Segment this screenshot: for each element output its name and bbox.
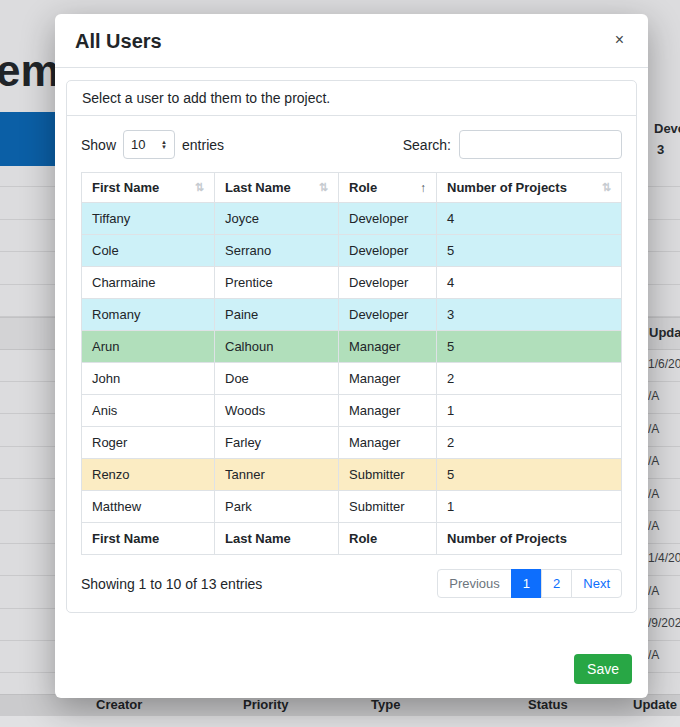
modal-footer: Save	[55, 644, 648, 698]
cell-first-name: Anis	[82, 395, 215, 427]
column-header-projects[interactable]: Number of Projects ⇅	[437, 173, 622, 203]
modal-body: Select a user to add them to the project…	[55, 68, 648, 644]
select-arrows-icon: ▲ ▼	[161, 140, 167, 150]
cell-role: Developer	[339, 299, 437, 331]
table-row[interactable]: Renzo Tanner Submitter 5	[82, 459, 622, 491]
table-row[interactable]: John Doe Manager 2	[82, 363, 622, 395]
modal-header: All Users ×	[55, 14, 648, 68]
instruction-text: Select a user to add them to the project…	[67, 81, 636, 116]
table-footer-row: First Name Last Name Role Number of Proj…	[82, 523, 622, 555]
column-header-first-name[interactable]: First Name ⇅	[82, 173, 215, 203]
cell-projects: 5	[437, 459, 622, 491]
pagination-previous[interactable]: Previous	[437, 569, 512, 598]
cell-projects: 4	[437, 203, 622, 235]
cell-role: Developer	[339, 203, 437, 235]
cell-role: Submitter	[339, 491, 437, 523]
pagination-page-2[interactable]: 2	[541, 569, 572, 598]
table-row[interactable]: Charmaine Prentice Developer 4	[82, 267, 622, 299]
cell-first-name: Charmaine	[82, 267, 215, 299]
column-header-last-name[interactable]: Last Name ⇅	[215, 173, 339, 203]
bg-cell-fragment: /A	[648, 584, 659, 598]
cell-last-name: Farley	[215, 427, 339, 459]
bg-bottom-header-creator: Creator	[96, 697, 142, 712]
search-control: Search:	[403, 130, 622, 159]
caret-down-icon: ▼	[161, 145, 167, 150]
users-table: First Name ⇅ Last Name ⇅ Role ↑ Number o…	[81, 172, 622, 555]
column-header-label: Last Name	[225, 180, 291, 195]
cell-role: Submitter	[339, 459, 437, 491]
table-row[interactable]: Matthew Park Submitter 1	[82, 491, 622, 523]
card-body: Show 10 ▲ ▼ entries Search:	[67, 116, 636, 612]
cell-role: Manager	[339, 395, 437, 427]
close-button[interactable]: ×	[611, 30, 628, 50]
pagination: Previous 1 2 Next	[437, 569, 622, 598]
cell-first-name: Renzo	[82, 459, 215, 491]
cell-projects: 2	[437, 363, 622, 395]
bg-bottom-header-status: Status	[528, 697, 568, 712]
pagination-next[interactable]: Next	[571, 569, 622, 598]
table-row[interactable]: Roger Farley Manager 2	[82, 427, 622, 459]
table-row[interactable]: Romany Paine Developer 3	[82, 299, 622, 331]
column-header-role[interactable]: Role ↑	[339, 173, 437, 203]
entries-select[interactable]: 10 ▲ ▼	[123, 130, 175, 159]
bg-cell-fragment: /9/202	[648, 616, 680, 630]
cell-role: Manager	[339, 427, 437, 459]
save-button[interactable]: Save	[574, 654, 632, 684]
footer-first-name: First Name	[82, 523, 215, 555]
show-label: Show	[81, 137, 116, 153]
bg-cell-fragment: /A	[648, 519, 659, 533]
cell-role: Manager	[339, 363, 437, 395]
bg-bottom-table-row	[0, 716, 680, 727]
cell-first-name: Matthew	[82, 491, 215, 523]
table-header-row: First Name ⇅ Last Name ⇅ Role ↑ Number o…	[82, 173, 622, 203]
column-header-label: Number of Projects	[447, 180, 567, 195]
cell-last-name: Joyce	[215, 203, 339, 235]
bg-column-header-fragment: Deve	[654, 121, 680, 136]
cell-first-name: Romany	[82, 299, 215, 331]
search-input[interactable]	[459, 130, 622, 159]
cell-last-name: Paine	[215, 299, 339, 331]
cell-projects: 5	[437, 235, 622, 267]
bg-cell-fragment: 1/6/202	[648, 357, 680, 371]
cell-last-name: Prentice	[215, 267, 339, 299]
cell-first-name: John	[82, 363, 215, 395]
cell-projects: 5	[437, 331, 622, 363]
cell-role: Manager	[339, 331, 437, 363]
bg-cell-fragment: /A	[648, 422, 659, 436]
cell-last-name: Tanner	[215, 459, 339, 491]
cell-first-name: Cole	[82, 235, 215, 267]
cell-projects: 1	[437, 395, 622, 427]
cell-last-name: Woods	[215, 395, 339, 427]
bg-bottom-header-priority: Priority	[243, 697, 289, 712]
cell-projects: 4	[437, 267, 622, 299]
table-row[interactable]: Cole Serrano Developer 5	[82, 235, 622, 267]
table-row[interactable]: Anis Woods Manager 1	[82, 395, 622, 427]
column-header-label: Role	[349, 180, 377, 195]
bg-updated-column-header: Update	[649, 325, 680, 340]
cell-projects: 3	[437, 299, 622, 331]
column-header-label: First Name	[92, 180, 159, 195]
cell-first-name: Arun	[82, 331, 215, 363]
entries-info-text: Showing 1 to 10 of 13 entries	[81, 576, 262, 592]
bg-bottom-header-type: Type	[371, 697, 400, 712]
cell-role: Developer	[339, 235, 437, 267]
bg-cell-fragment: /A	[648, 648, 659, 662]
table-row[interactable]: Arun Calhoun Manager 5	[82, 331, 622, 363]
cell-role: Developer	[339, 267, 437, 299]
pagination-page-1[interactable]: 1	[511, 569, 542, 598]
table-meta-row: Showing 1 to 10 of 13 entries Previous 1…	[81, 569, 622, 598]
sort-icon: ⇅	[195, 181, 204, 194]
user-picker-card: Select a user to add them to the project…	[66, 80, 637, 613]
cell-last-name: Serrano	[215, 235, 339, 267]
table-controls: Show 10 ▲ ▼ entries Search:	[81, 130, 622, 159]
cell-first-name: Roger	[82, 427, 215, 459]
table-row[interactable]: Tiffany Joyce Developer 4	[82, 203, 622, 235]
entries-label: entries	[182, 137, 224, 153]
sort-icon: ⇅	[319, 181, 328, 194]
cell-last-name: Doe	[215, 363, 339, 395]
entries-length-control: Show 10 ▲ ▼ entries	[81, 130, 224, 159]
footer-projects: Number of Projects	[437, 523, 622, 555]
bg-cell-fragment: /A	[648, 487, 659, 501]
sort-icon: ⇅	[602, 181, 611, 194]
cell-last-name: Calhoun	[215, 331, 339, 363]
